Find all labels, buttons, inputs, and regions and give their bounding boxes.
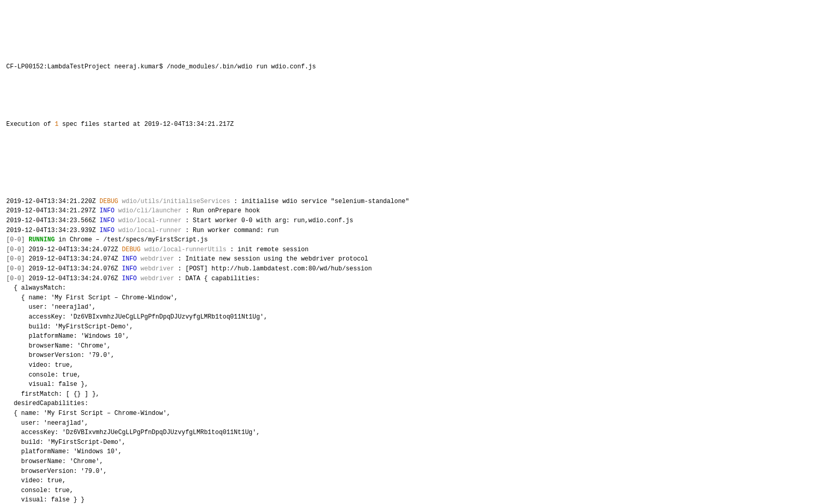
log-prefix: [0-0] [6, 246, 25, 253]
log-line: browserVersion: '79.0', [6, 351, 823, 361]
log-line: accessKey: 'Dz6VBIxvmhzJUeCgLLPgPfnDpqDJ… [6, 312, 823, 322]
log-module: wdio/local-runnerUtils [144, 246, 226, 253]
log-line: { name: 'My First Script – Chrome-Window… [6, 293, 823, 303]
log-line: browserVersion: '79.0', [6, 467, 823, 477]
indent-text: { name: 'My First Script – Chrome-Window… [6, 294, 178, 301]
log-line: browserName: 'Chrome', [6, 457, 823, 467]
log-module: wdio/local-runner [118, 217, 181, 224]
log-line: visual: false }, [6, 380, 823, 390]
prefix: [0-0] [6, 236, 25, 243]
log-line: [0-0] RUNNING in Chrome – /test/specs/my… [6, 235, 823, 245]
log-level: INFO [99, 207, 115, 214]
log-msg: : Start worker 0-0 with arg: run,wdio.co… [185, 217, 353, 224]
terminal-window: CF-LP00152:LambdaTestProject neeraj.kuma… [6, 42, 823, 504]
blank-line [6, 91, 823, 100]
log-line: platformName: 'Windows 10', [6, 332, 823, 341]
indent-text: console: true, [6, 487, 74, 494]
log-msg: : Initiate new session using the webdriv… [178, 255, 368, 263]
log-line: 2019-12-04T13:34:21.297Z INFO wdio/cli/l… [6, 206, 823, 216]
indent-text: platformName: 'Windows 10', [6, 448, 122, 455]
indent-text: desiredCapabilities: [6, 400, 88, 407]
log-module: webdriver [140, 255, 174, 263]
log-ts: 2019-12-04T13:34:23.939Z [6, 227, 96, 234]
log-level: DEBUG [99, 198, 118, 205]
log-line: firstMatch: [ {} ] }, [6, 390, 823, 399]
indent-text: browserVersion: '79.0', [6, 352, 115, 359]
indent-text: firstMatch: [ {} ] }, [6, 391, 99, 398]
log-ts: 2019-12-04T13:34:23.566Z [6, 217, 96, 224]
log-ts: 2019-12-04T13:34:21.297Z [6, 207, 96, 214]
log-level: INFO [99, 217, 115, 224]
log-line: console: true, [6, 486, 823, 496]
log-level: DEBUG [122, 246, 140, 253]
log-ts: 2019-12-04T13:34:24.076Z [28, 275, 118, 282]
log-line: build: 'MyFirstScript-Demo', [6, 322, 823, 332]
running-label: RUNNING [28, 236, 54, 243]
log-module: wdio/local-runner [118, 227, 181, 234]
log-line: { name: 'My First Script – Chrome-Window… [6, 409, 823, 419]
log-container: 2019-12-04T13:34:21.220Z DEBUG wdio/util… [6, 197, 823, 504]
log-line: 2019-12-04T13:34:23.939Z INFO wdio/local… [6, 226, 823, 236]
log-level: INFO [99, 227, 115, 234]
prompt-line: CF-LP00152:LambdaTestProject neeraj.kuma… [6, 62, 823, 72]
indent-text: { name: 'My First Script – Chrome-Window… [6, 410, 170, 417]
log-prefix: [0-0] [6, 255, 25, 263]
running-msg: in Chrome – /test/specs/myFirstScript.js [55, 236, 208, 243]
indent-text: user: 'neerajlad', [6, 420, 88, 427]
indent-text: accessKey: 'Dz6VBIxvmhzJUeCgLLPgPfnDpqDJ… [6, 313, 267, 321]
log-line: [0-0] 2019-12-04T13:34:24.074Z INFO webd… [6, 254, 823, 264]
indent-text: visual: false }, [6, 381, 88, 388]
log-line: 2019-12-04T13:34:23.566Z INFO wdio/local… [6, 216, 823, 226]
log-module: webdriver [140, 275, 174, 282]
log-ts: 2019-12-04T13:34:24.072Z [28, 246, 118, 253]
indent-text: build: 'MyFirstScript-Demo', [6, 323, 133, 330]
log-msg: : Run onPrepare hook [185, 207, 260, 214]
log-line: desiredCapabilities: [6, 399, 823, 409]
log-msg: : init remote session [230, 246, 308, 253]
log-line: video: true, [6, 361, 823, 370]
indent-text: browserName: 'Chrome', [6, 342, 111, 350]
indent-text: video: true, [6, 362, 74, 369]
indent-text: platformName: 'Windows 10', [6, 333, 130, 340]
indent-text: { alwaysMatch: [6, 284, 66, 292]
log-level: INFO [122, 265, 137, 272]
log-prefix: [0-0] [6, 275, 25, 282]
log-module: webdriver [140, 265, 174, 272]
log-line: browserName: 'Chrome', [6, 341, 823, 351]
indent-text: user: 'neerajlad', [6, 304, 96, 311]
log-ts: 2019-12-04T13:34:24.076Z [28, 265, 118, 272]
log-line: platformName: 'Windows 10', [6, 447, 823, 457]
indent-text: browserVersion: '79.0', [6, 468, 107, 475]
log-line: video: true, [6, 476, 823, 486]
log-line: [0-0] 2019-12-04T13:34:24.076Z INFO webd… [6, 274, 823, 284]
log-ts: 2019-12-04T13:34:21.220Z [6, 198, 96, 205]
log-module: wdio/cli/launcher [118, 207, 181, 214]
indent-text: visual: false } } [6, 496, 84, 503]
log-prefix: [0-0] [6, 265, 25, 272]
blank-line [6, 149, 823, 159]
log-module: wdio/utils/initialiseServices [122, 198, 230, 205]
log-msg: : initialise wdio service "selenium-stan… [234, 198, 409, 205]
log-line: console: true, [6, 370, 823, 380]
log-line: user: 'neerajlad', [6, 419, 823, 428]
indent-text: video: true, [6, 477, 66, 484]
log-line: build: 'MyFirstScript-Demo', [6, 438, 823, 448]
log-line: visual: false } } [6, 495, 823, 504]
log-line: [0-0] 2019-12-04T13:34:24.072Z DEBUG wdi… [6, 245, 823, 255]
indent-text: browserName: 'Chrome', [6, 458, 103, 465]
indent-text: accessKey: 'Dz6VBIxvmhzJUeCgLLPgPfnDpqDJ… [6, 429, 260, 436]
log-line: { alwaysMatch: [6, 283, 823, 293]
log-line: 2019-12-04T13:34:21.220Z DEBUG wdio/util… [6, 197, 823, 207]
log-level: INFO [122, 255, 137, 263]
log-line: user: 'neerajlad', [6, 303, 823, 312]
log-line: accessKey: 'Dz6VBIxvmhzJUeCgLLPgPfnDpqDJ… [6, 428, 823, 438]
log-level: INFO [122, 275, 137, 282]
exec-line: Execution of 1 spec files started at 201… [6, 120, 823, 129]
log-line: [0-0] 2019-12-04T13:34:24.076Z INFO webd… [6, 264, 823, 274]
log-msg: : Run worker command: run [185, 227, 279, 234]
log-ts: 2019-12-04T13:34:24.074Z [28, 255, 118, 263]
indent-text: console: true, [6, 371, 81, 379]
log-msg: : [POST] http://hub.lambdatest.com:80/wd… [178, 265, 371, 272]
log-msg: : DATA { capabilities: [178, 275, 260, 282]
indent-text: build: 'MyFirstScript-Demo', [6, 439, 125, 446]
